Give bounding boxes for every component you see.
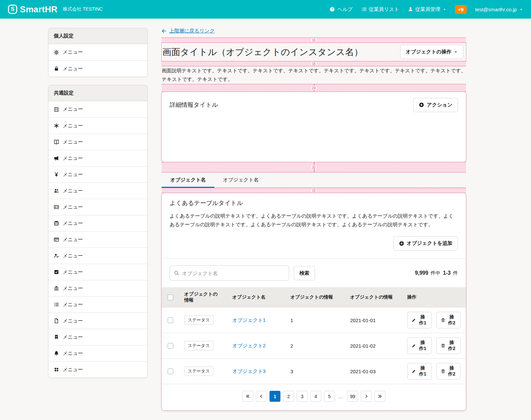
chevron-left-icon [259,394,264,398]
table-card-title: よくあるテーブルタイトル [170,199,458,207]
sidebar-item[interactable]: メニュー [48,215,147,231]
caret-down-icon [443,8,446,11]
sidebar-item[interactable]: メニュー [48,329,147,345]
sidebar-item[interactable]: メニュー [48,264,147,280]
add-object-button[interactable]: オブジェクトを追加 [393,236,458,250]
check-square-icon [54,269,59,275]
sidebar-item-label: メニュー [63,253,83,259]
sidebar-section-title: 共通設定 [48,85,147,101]
row-checkbox-cell [162,359,179,384]
pagination-page-1[interactable]: 1 [269,391,280,402]
tab-object-1[interactable]: オブジェクト名 [162,173,214,187]
back-link[interactable]: 上階層に戻るリンク [162,28,215,34]
spacing-annotation: 16 [162,37,466,43]
sidebar-item[interactable]: メニュー [48,182,147,199]
sidebar-item[interactable]: メニュー [48,231,147,247]
row-checkbox[interactable] [168,317,173,323]
status-cell: ステータス [179,308,227,333]
search-group: 検索 [170,265,315,281]
caret-down-icon [454,50,458,54]
sidebar-item-label: メニュー [63,155,83,162]
pagination-first-button[interactable] [242,391,253,402]
search-button[interactable]: 検索 [294,266,315,280]
column-header: 操作 [402,287,466,308]
sidebar-item-label: メニュー [63,172,83,178]
account-menu[interactable]: test@smarthr.co.jp [475,7,523,12]
spacing-annotation: 24 [162,84,466,92]
table-header-row: オブジェクトの情報オブジェクト名オブジェクトの情報オブジェクトの情報操作 [162,287,466,308]
object-link[interactable]: オブジェクト1 [232,317,266,323]
pagination-page-2[interactable]: 2 [283,391,294,402]
apps-icon [54,367,59,372]
row-action-edit-button[interactable]: 操作1 [407,312,432,328]
sidebar-item[interactable]: メニュー [48,44,147,60]
header-nav-item-1[interactable]: 従業員リスト [361,6,399,13]
sidebar-item[interactable]: メニュー [48,280,147,296]
action-button[interactable]: アクション [413,98,458,112]
gear-icon [54,50,59,55]
sidebar-item-label: メニュー [63,367,83,373]
spacing-annotation: 16 [162,188,466,193]
sidebar-item[interactable]: メニュー [48,296,147,313]
pagination-prev-button[interactable] [256,391,267,402]
sidebar-item[interactable]: メニュー [48,313,147,329]
spacing-value: 16 [311,62,316,66]
row-action-delete-button[interactable]: 操作2 [436,363,461,380]
spacing-annotation: 32 [162,162,466,173]
object-name-cell: オブジェクト1 [227,308,285,333]
pencil-icon [412,318,416,322]
object-actions-dropdown-button[interactable]: オブジェクトの操作 [400,45,463,59]
sidebar-item-label: メニュー [63,302,83,308]
pagination-page-3[interactable]: 3 [297,391,308,402]
detail-card-body [170,112,458,162]
page-body: 個人設定メニューメニュー共通設定メニューメニューメニューメニューメニューメニュー… [0,19,531,420]
row-checkbox[interactable] [168,343,173,349]
search-box [170,265,289,281]
pagination-page-5[interactable]: 5 [324,391,335,402]
detail-card-header: 詳細情報タイトル アクション [170,98,458,112]
sidebar-item[interactable]: メニュー [48,166,147,182]
pagination-page-4[interactable]: 4 [310,391,321,402]
object-date-cell: 2021-01-02 [345,333,402,359]
pagination-page-99[interactable]: 99 [347,391,358,402]
object-date-cell: 2021-01-01 [345,308,402,333]
search-input[interactable] [182,270,285,276]
row-action-delete-label: 操作2 [447,340,457,352]
table-row: ステータスオブジェクト332021-01-03操作1操作2 [162,359,466,384]
row-action-edit-button[interactable]: 操作1 [407,337,432,354]
row-action-edit-button[interactable]: 操作1 [407,363,432,380]
header-nav-item-0[interactable]: ヘルプ [330,6,352,13]
pagination-last-button[interactable] [374,391,385,402]
list-icon [361,7,367,12]
header-nav-item-2[interactable]: 従業員管理 [408,6,446,13]
sidebar-item[interactable]: メニュー [48,345,147,361]
trash-icon [441,369,445,374]
result-count: 9,999 件中 1-3 件 [414,270,458,276]
row-action-delete-button[interactable]: 操作2 [436,312,461,328]
object-link[interactable]: オブジェクト2 [232,343,266,348]
sidebar-item-label: メニュー [63,269,83,275]
back-link-label: 上階層に戻るリンク [169,28,215,34]
row-checkbox[interactable] [168,369,173,374]
detail-card-title: 詳細情報タイトル [170,101,218,109]
arrow-left-icon [162,29,167,34]
object-link[interactable]: オブジェクト3 [232,368,266,374]
sidebar-item[interactable]: メニュー [48,199,147,215]
pagination-next-button[interactable] [361,391,372,402]
sidebar-item[interactable]: メニュー [48,117,147,134]
sidebar-item-label: メニュー [63,204,83,210]
sidebar-item[interactable]: メニュー [48,134,147,150]
tab-object-2[interactable]: オブジェクト名 [214,173,267,187]
sidebar-item[interactable]: メニュー [48,361,147,378]
select-all-checkbox[interactable] [168,295,173,300]
notification-count-badge[interactable]: +9 [455,5,467,14]
row-action-delete-button[interactable]: 操作2 [436,337,461,354]
row-actions: 操作1操作2 [407,337,461,354]
sidebar-item[interactable]: メニュー [48,247,147,264]
row-actions: 操作1操作2 [407,312,461,328]
account-email: test@smarthr.co.jp [475,7,517,12]
smarthr-logo[interactable]: S SmartHR [8,4,57,15]
sidebar-item[interactable]: メニュー [48,60,147,77]
sidebar-item[interactable]: メニュー [48,150,147,166]
sidebar-item[interactable]: メニュー [48,101,147,117]
